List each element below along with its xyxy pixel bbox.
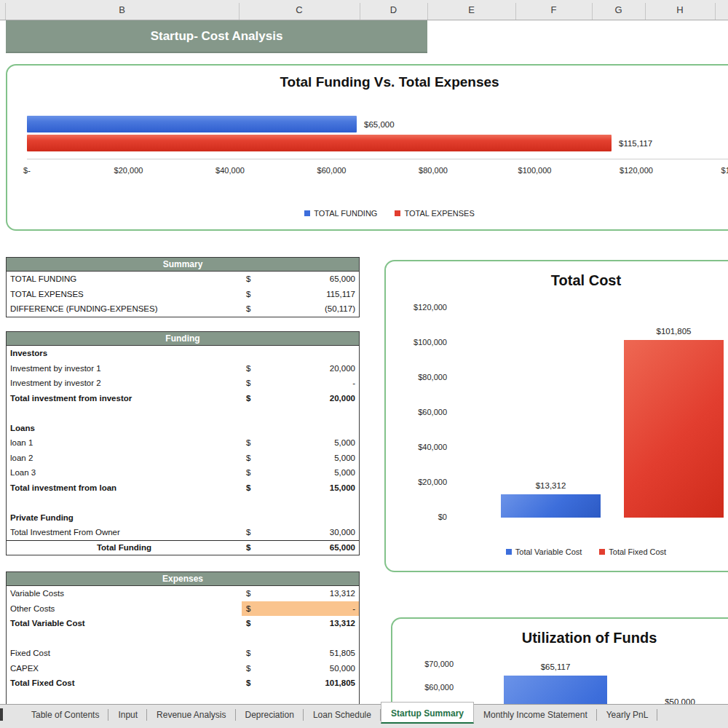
table-header[interactable]: Expenses — [7, 572, 359, 586]
row-amount-cell[interactable] — [242, 346, 359, 361]
row-amount-cell[interactable]: $65,000 — [242, 272, 359, 287]
table-row[interactable]: Fixed Cost$51,805 — [7, 646, 359, 661]
row-label-cell[interactable]: Investment by investor 2 — [7, 379, 242, 387]
row-amount-cell[interactable]: $- — [242, 376, 359, 391]
row-amount-cell[interactable]: $(50,117) — [242, 301, 359, 317]
column-header-d[interactable]: D — [360, 0, 427, 20]
sheet-tab-loan-schedule[interactable]: Loan Schedule — [304, 705, 381, 725]
table-row[interactable]: Total Variable Cost$13,312 — [7, 616, 359, 631]
row-amount-cell[interactable]: $15,000 — [242, 480, 359, 496]
table-row[interactable]: loan 2$5,000 — [7, 451, 359, 466]
row-amount-cell[interactable] — [242, 421, 359, 436]
row-label-cell[interactable]: loan 2 — [7, 454, 242, 462]
row-label-cell[interactable]: Fixed Cost — [7, 649, 242, 657]
sheet-tab-yearly-pnl[interactable]: Yearly PnL — [597, 705, 658, 725]
row-label-cell[interactable]: loan 1 — [7, 438, 242, 447]
row-amount-cell[interactable]: $101,805 — [242, 676, 359, 691]
column-header-c[interactable]: C — [239, 0, 360, 20]
column-header-e[interactable]: E — [427, 0, 515, 20]
table-row[interactable] — [7, 495, 359, 510]
table-row[interactable]: Total investment from investor$20,000 — [7, 391, 359, 406]
row-amount-cell[interactable]: $30,000 — [242, 525, 359, 540]
column-divider[interactable] — [592, 3, 593, 20]
row-amount-cell[interactable]: $50,000 — [242, 661, 359, 676]
row-amount-cell[interactable]: $- — [242, 601, 359, 617]
row-label-cell[interactable]: Other Costs — [7, 604, 242, 613]
row-label-cell[interactable]: Private Funding — [7, 513, 242, 522]
column-header-f[interactable]: F — [515, 0, 592, 20]
row-label-cell[interactable]: Total investment from loan — [7, 483, 242, 492]
table-row[interactable] — [7, 405, 359, 421]
row-label-cell[interactable]: Total Fixed Cost — [7, 678, 242, 687]
column-header-b[interactable]: B — [5, 0, 239, 20]
row-amount-cell[interactable]: $5,000 — [242, 465, 359, 480]
table-row[interactable]: Total Investment From Owner$30,000 — [7, 525, 359, 540]
table-header[interactable]: Summary — [7, 258, 359, 272]
row-amount-cell[interactable] — [242, 631, 359, 646]
sheet-tab-revenue-analysis[interactable]: Revenue Analysis — [147, 705, 235, 725]
row-label-cell[interactable]: TOTAL FUNDING — [7, 274, 242, 283]
row-amount-cell[interactable]: $5,000 — [242, 451, 359, 466]
table-row[interactable]: TOTAL FUNDING$65,000 — [7, 272, 359, 287]
table-row[interactable]: Loan 3$5,000 — [7, 465, 359, 480]
table-row[interactable]: Variable Costs$13,312 — [7, 586, 359, 601]
row-label-cell[interactable]: Investment by investor 1 — [7, 364, 242, 373]
table-row[interactable]: Private Funding — [7, 510, 359, 526]
column-divider[interactable] — [360, 3, 360, 20]
row-label-cell[interactable]: TOTAL EXPENSES — [7, 290, 242, 298]
table-row[interactable] — [7, 691, 359, 706]
row-amount-cell[interactable] — [242, 405, 359, 421]
sheet-tab-startup-summary[interactable]: Startup Summary — [381, 702, 474, 724]
table-row[interactable]: CAPEX$50,000 — [7, 661, 359, 676]
column-divider[interactable] — [427, 3, 428, 20]
column-divider[interactable] — [5, 3, 6, 20]
row-label-cell[interactable]: CAPEX — [7, 664, 242, 673]
row-label-cell[interactable]: Total Investment From Owner — [7, 528, 242, 537]
table-row[interactable]: Investment by investor 2$- — [7, 376, 359, 391]
sheet-tab-table-of-contents[interactable]: Table of Contents — [22, 705, 108, 725]
funding-vs-expenses-chart[interactable]: Total Funding Vs. Total Expenses $65,000… — [6, 64, 728, 231]
row-amount-cell[interactable]: $115,117 — [242, 287, 359, 302]
row-amount-cell[interactable]: $51,805 — [242, 646, 359, 661]
column-divider[interactable] — [645, 3, 646, 20]
table-row[interactable]: Other Costs$- — [7, 601, 359, 617]
table-row[interactable]: Total Funding$65,000 — [7, 540, 359, 555]
sheet-tab-monthly-income-statement[interactable]: Monthly Income Statement — [474, 705, 597, 725]
row-label-cell[interactable]: Variable Costs — [7, 589, 242, 598]
row-label-cell[interactable]: Total investment from investor — [7, 394, 242, 403]
row-label-cell[interactable]: Total Funding — [7, 543, 242, 552]
row-amount-cell[interactable]: $20,000 — [242, 361, 359, 376]
row-amount-cell[interactable] — [242, 510, 359, 526]
row-amount-cell[interactable] — [242, 691, 359, 706]
sheet-tab-depreciation[interactable]: Depreciation — [236, 705, 304, 725]
table-row[interactable]: Loans — [7, 421, 359, 436]
column-divider[interactable] — [715, 3, 716, 20]
row-amount-cell[interactable]: $5,000 — [242, 435, 359, 451]
table-row[interactable]: DIFFERENCE (FUNDING-EXPENSES)$(50,117) — [7, 301, 359, 317]
sheet-tab-input[interactable]: Input — [108, 705, 147, 725]
banner-title-cell[interactable]: Startup- Cost Analysis — [6, 20, 427, 53]
column-divider[interactable] — [515, 3, 516, 20]
table-row[interactable]: loan 1$5,000 — [7, 435, 359, 451]
row-amount-cell[interactable]: $13,312 — [242, 586, 359, 601]
column-divider[interactable] — [239, 3, 240, 20]
row-label-cell[interactable]: Loans — [7, 424, 242, 432]
table-row[interactable]: Total investment from loan$15,000 — [7, 480, 359, 496]
row-label-cell[interactable]: Loan 3 — [7, 468, 242, 477]
table-row[interactable]: Investment by investor 1$20,000 — [7, 361, 359, 376]
sheet-nav-scroll[interactable] — [0, 705, 22, 725]
row-label-cell[interactable]: Investors — [7, 349, 242, 357]
total-cost-chart[interactable]: Total Cost $120,000$100,000$80,000$60,00… — [384, 260, 728, 572]
row-amount-cell[interactable]: $13,312 — [242, 616, 359, 631]
table-row[interactable]: TOTAL EXPENSES$115,117 — [7, 287, 359, 302]
row-label-cell[interactable]: DIFFERENCE (FUNDING-EXPENSES) — [7, 304, 242, 313]
row-amount-cell[interactable]: $65,000 — [242, 541, 359, 555]
row-label-cell[interactable]: Total Variable Cost — [7, 619, 242, 628]
row-amount-cell[interactable] — [242, 495, 359, 510]
row-amount-cell[interactable]: $20,000 — [242, 391, 359, 406]
table-header[interactable]: Funding — [7, 332, 359, 346]
table-row[interactable] — [7, 631, 359, 646]
column-header-g[interactable]: G — [592, 0, 645, 20]
table-row[interactable]: Investors — [7, 346, 359, 361]
table-row[interactable]: Total Fixed Cost$101,805 — [7, 676, 359, 691]
